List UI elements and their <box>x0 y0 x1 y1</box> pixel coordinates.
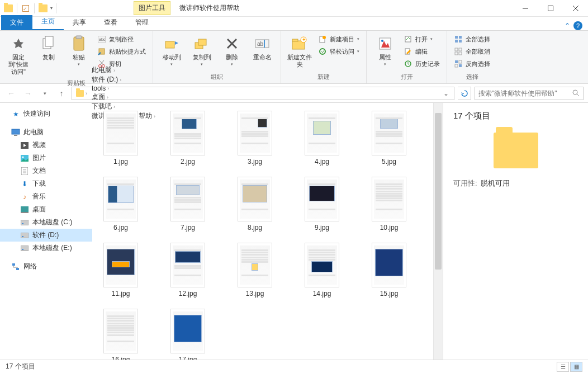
search-box[interactable] <box>475 87 584 100</box>
svg-point-28 <box>323 36 326 39</box>
nav-disk-e[interactable]: 本地磁盘 (E:) <box>0 242 92 254</box>
properties-button[interactable]: 属性▾ <box>371 32 399 69</box>
file-thumbnail <box>103 243 138 287</box>
breadcrumb-segment[interactable]: 此电脑› <box>89 65 158 75</box>
nav-pictures[interactable]: 图片 <box>0 152 92 164</box>
tab-share[interactable]: 共享 <box>64 15 95 30</box>
details-view-button[interactable]: ☰ <box>557 362 569 372</box>
file-thumbnail <box>170 243 205 287</box>
path-icon: abc <box>97 35 106 44</box>
pin-to-quick-access-button[interactable]: 固定到"快速访问" <box>4 32 32 78</box>
new-item-button[interactable]: 新建项目 ▾ <box>316 34 362 45</box>
file-item[interactable]: 3.jpg <box>233 111 277 166</box>
ribbon-tabs: 文件 主页 共享 查看 管理 ⌃ ? <box>0 17 588 31</box>
nav-documents[interactable]: 文档 <box>0 164 92 177</box>
file-name: 9.jpg <box>315 224 329 232</box>
qat-dropdown-icon[interactable]: ▾ <box>50 6 53 11</box>
file-item[interactable]: 2.jpg <box>166 111 210 166</box>
details-prop-value: 脱机可用 <box>481 178 510 188</box>
ribbon-collapse-icon[interactable]: ⌃ <box>565 22 570 30</box>
nav-this-pc[interactable]: 此电脑 <box>0 126 92 139</box>
move-to-button[interactable]: 移动到▾ <box>158 32 186 69</box>
breadcrumb-segment[interactable]: 桌面› <box>89 92 158 102</box>
close-button[interactable] <box>563 0 588 16</box>
nav-disk-c[interactable]: 本地磁盘 (C:) <box>0 216 92 229</box>
drive-icon <box>20 218 29 227</box>
folder-icon[interactable] <box>38 3 48 13</box>
tab-home[interactable]: 主页 <box>32 14 64 30</box>
folder-icon <box>3 3 13 13</box>
refresh-button[interactable] <box>458 87 471 100</box>
breadcrumb-segment[interactable]: tools› <box>89 84 158 92</box>
file-item[interactable]: 10.jpg <box>367 177 411 232</box>
nav-quick-access[interactable]: ★快速访问 <box>0 107 92 120</box>
svg-rect-65 <box>22 249 23 250</box>
delete-button[interactable]: 删除▾ <box>218 32 246 69</box>
svg-point-29 <box>320 49 325 54</box>
address-bar[interactable]: › 此电脑›软件 (D:)›tools›桌面›下载吧›微讲师软件使用帮助› ⌄ <box>72 87 454 100</box>
new-folder-button[interactable]: ✦ 新建文件夹 <box>286 32 314 70</box>
copy-to-button[interactable]: 复制到▾ <box>188 32 216 69</box>
tab-view[interactable]: 查看 <box>95 15 126 30</box>
nav-disk-d[interactable]: 软件 (D:) <box>0 229 92 242</box>
back-button[interactable]: ← <box>4 87 18 100</box>
edit-icon <box>404 47 412 56</box>
invert-selection-button[interactable]: 反向选择 <box>452 58 492 69</box>
file-item[interactable]: 13.jpg <box>233 243 277 298</box>
file-item[interactable]: 5.jpg <box>367 111 411 166</box>
nav-desktop[interactable]: 桌面 <box>0 203 92 216</box>
address-dropdown-icon[interactable]: ⌄ <box>440 89 452 97</box>
file-item[interactable]: 6.jpg <box>99 177 143 232</box>
maximize-button[interactable] <box>538 0 563 16</box>
details-item-count: 17 个项目 <box>453 111 578 121</box>
window-controls <box>513 0 588 16</box>
file-item[interactable]: 14.jpg <box>300 243 344 298</box>
file-name: 7.jpg <box>181 224 195 232</box>
file-item[interactable]: 1.jpg <box>99 111 143 166</box>
breadcrumb-root-icon[interactable]: › <box>74 90 89 97</box>
open-button[interactable]: 打开 ▾ <box>401 34 442 45</box>
nav-network[interactable]: 网络 <box>0 260 92 273</box>
file-item[interactable]: 15.jpg <box>367 243 411 298</box>
breadcrumb-segment[interactable]: 软件 (D:)› <box>89 75 158 84</box>
scrollbar-thumb[interactable] <box>435 113 442 270</box>
file-item[interactable]: 16.jpg <box>99 309 143 360</box>
file-item[interactable]: 12.jpg <box>166 243 210 298</box>
rename-button[interactable]: ab 重命名 <box>248 32 276 63</box>
file-item[interactable]: 4.jpg <box>300 111 344 166</box>
file-list-pane[interactable]: 1.jpg2.jpg3.jpg4.jpg5.jpg6.jpg7.jpg8.jpg… <box>92 103 443 360</box>
paste-button[interactable]: 粘贴 ▾ <box>65 32 93 69</box>
file-item[interactable]: 9.jpg <box>300 177 344 232</box>
easy-access-button[interactable]: 轻松访问 ▾ <box>316 46 362 57</box>
select-none-button[interactable]: 全部取消 <box>452 46 492 57</box>
tab-manage[interactable]: 管理 <box>126 15 158 30</box>
search-input[interactable] <box>478 89 572 97</box>
select-all-button[interactable]: 全部选择 <box>452 34 492 45</box>
copy-path-button[interactable]: abc复制路径 <box>95 34 148 45</box>
nav-downloads[interactable]: ⬇下载 <box>0 177 92 190</box>
paste-shortcut-button[interactable]: 粘贴快捷方式 <box>95 46 148 57</box>
file-item[interactable]: 8.jpg <box>233 177 277 232</box>
forward-button[interactable]: → <box>21 87 35 100</box>
tab-file[interactable]: 文件 <box>1 15 32 30</box>
qat-properties-check[interactable] <box>21 3 31 13</box>
copy-button[interactable]: 复制 <box>35 32 63 63</box>
up-button[interactable]: ↑ <box>55 87 68 100</box>
download-icon: ⬇ <box>20 180 29 188</box>
thumbnails-view-button[interactable]: ▦ <box>570 362 582 372</box>
file-name: 11.jpg <box>112 290 130 298</box>
file-item[interactable]: 17.jpg <box>166 309 210 360</box>
svg-rect-15 <box>165 41 174 48</box>
file-item[interactable]: 7.jpg <box>166 177 210 232</box>
vertical-scrollbar[interactable] <box>433 103 443 360</box>
recent-locations-button[interactable]: ▾ <box>38 87 51 100</box>
nav-videos[interactable]: 视频 <box>0 139 92 152</box>
history-button[interactable]: 历史记录 <box>401 58 442 69</box>
edit-button[interactable]: 编辑 <box>401 46 442 57</box>
nav-music[interactable]: ♪音乐 <box>0 190 92 203</box>
help-icon[interactable]: ? <box>573 21 582 30</box>
file-thumbnail <box>305 111 339 155</box>
file-item[interactable]: 11.jpg <box>99 243 143 298</box>
minimize-button[interactable] <box>513 0 538 16</box>
nav-label: 视频 <box>32 140 46 150</box>
